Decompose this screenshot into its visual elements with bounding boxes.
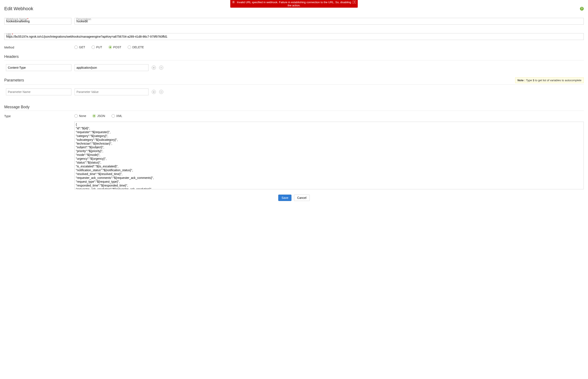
message-body-textarea[interactable] [74,122,584,189]
webhook-name-input[interactable] [4,18,71,25]
message-body-section-title: Message Body [4,105,584,111]
url-input[interactable] [4,33,584,40]
add-parameter-icon[interactable]: + [152,90,156,94]
method-delete-radio[interactable]: DELETE [128,46,144,49]
add-header-icon[interactable]: + [152,65,156,70]
radio-icon [91,46,95,49]
parameters-note: Note : Type $ to get list of variables t… [515,78,584,83]
radio-icon [109,46,112,49]
radio-icon [92,114,96,118]
parameters-section-title: Parameters [4,78,24,82]
method-radio-group: GET PUT POST DELETE [74,46,144,49]
radio-icon [74,114,78,118]
body-type-json-radio[interactable]: JSON [92,114,105,118]
body-type-xml-radio[interactable]: XML [112,114,122,118]
radio-icon [112,114,115,118]
body-type-radio-group: None JSON XML [74,114,122,118]
cancel-button[interactable]: Cancel [294,195,310,201]
parameter-row: + − [4,89,584,95]
alert-banner: ✕ Invalid URL specified in webhook. Fail… [230,0,358,8]
save-button[interactable]: Save [278,195,292,201]
radio-icon [74,46,78,49]
header-key-input[interactable] [6,64,71,71]
alert-close-icon[interactable]: ✕ [353,1,356,4]
header-value-input[interactable] [74,64,148,71]
parameter-value-input[interactable] [74,89,148,95]
alert-info-icon: ✕ [232,1,235,4]
alert-message: Invalid URL specified in webhook. Failur… [237,1,351,7]
method-get-radio[interactable]: GET [74,46,85,49]
body-type-label: Type [4,114,74,118]
remove-header-icon[interactable]: − [159,65,163,70]
radio-icon [128,46,131,49]
headers-section-title: Headers [4,54,584,60]
description-input[interactable] [74,18,584,25]
method-label: Method [4,45,74,49]
method-post-radio[interactable]: POST [109,46,121,49]
method-put-radio[interactable]: PUT [91,46,102,49]
parameter-name-input[interactable] [6,89,71,95]
remove-parameter-icon[interactable]: − [159,90,163,94]
header-row: + − [4,64,584,71]
body-type-none-radio[interactable]: None [74,114,86,118]
